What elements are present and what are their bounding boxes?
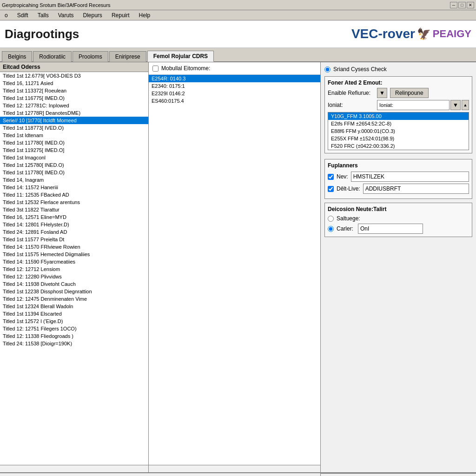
left-list-item[interactable]: Titled 1st 12778R] DeanotesDME) [0, 109, 148, 117]
left-list-item[interactable]: Titled 1st 119275[ IMED.O] [0, 146, 148, 154]
font-current: Ioniat: [379, 102, 393, 108]
left-list-item[interactable]: Titled 1st 11577 Preielta Dt [0, 236, 148, 243]
checkbox-area: Mobullal Eitomome: [149, 62, 320, 75]
left-list-container[interactable]: Titled 1st 12.6779[ VO63-DIES D3Titled 1… [0, 72, 148, 465]
enable-row: Enaible Refiurue: ▼ Relinpoune [328, 88, 469, 98]
left-list-item[interactable]: Titled 1st 113372[ Roeulean [0, 87, 148, 94]
left-list-item[interactable]: Titled 12: 11338 Fliedogroads ) [0, 332, 148, 340]
menu-item-o[interactable]: o [2, 11, 11, 20]
left-list-item[interactable]: Titled 1st Idtenam [0, 132, 148, 139]
tab-belgins[interactable]: Belgins [2, 51, 32, 62]
decision-title: Deicosion Neute:Talirt [328, 206, 469, 212]
font-dropdown-btn[interactable]: ▼ [450, 100, 461, 110]
main-content: Eitcad Oderss Titled 1st 12.6779[ VO63-D… [0, 62, 476, 472]
font-list-item[interactable]: F520 FRC (±0422:00:336.2) [328, 142, 469, 150]
menu-item-dlepurs[interactable]: Dlepurs [80, 11, 105, 20]
tab-rodioratiic[interactable]: Rodioratiic [33, 51, 72, 62]
left-list-item[interactable]: Titled 14: 11572 Haneriii [0, 184, 148, 191]
enable-label: Enaible Refiurue: [328, 90, 374, 96]
left-list-item[interactable]: Titled 1st 11394 Elscarted [0, 310, 148, 317]
left-list-item[interactable]: Titled 14: 11570 FRlviewe Rowien [0, 243, 148, 251]
font-label: Ioniat: [328, 102, 374, 108]
middle-list-item[interactable]: E254R: 0140.3 [149, 75, 320, 82]
carler-input[interactable]: OnI [358, 224, 423, 234]
left-list-item[interactable]: Titled 1st Imagconl [0, 154, 148, 161]
foner-title: Foner Ated 2 Emout: [328, 79, 469, 86]
foner-section: Foner Ated 2 Emout: Enaible Refiurue: ▼ … [324, 76, 472, 153]
left-list: Titled 1st 12.6779[ VO63-DIES D3Titled 1… [0, 72, 148, 347]
left-list-item[interactable]: Titled 24: 12891 Fosland AD [0, 228, 148, 236]
menu-bar: o Sdift Talls Varuts Dlepurs Repuirt Hel… [0, 10, 476, 20]
sriand-label: Sriand Cysess Check [333, 66, 387, 73]
logo-sub: PEAIGY [433, 28, 471, 40]
left-list-item[interactable]: Titled 12: 12280 Plivvidws [0, 273, 148, 280]
mobullal-checkbox[interactable] [152, 66, 159, 72]
sriand-radio[interactable] [324, 66, 331, 73]
left-list-item[interactable]: Titled 12: 12475 Denminenaten Vime [0, 295, 148, 303]
left-list-item[interactable]: Titled 1st 12532 Flerlace arentuns [0, 198, 148, 206]
font-display[interactable]: Ioniat: [377, 100, 450, 110]
left-list-item[interactable]: Titled 1st 118773[ IVED.O) [0, 124, 148, 132]
carler-radio[interactable] [328, 226, 334, 232]
dellive-label: Dêlt-Live: [337, 185, 360, 192]
left-list-item[interactable]: Titled 1st 117780[ IMED.O) [0, 169, 148, 176]
left-scrollbar-h[interactable] [0, 465, 148, 472]
middle-list-item[interactable]: E2340: 0175:1 [149, 82, 320, 90]
nev-input[interactable]: HMSTILZEK [351, 172, 469, 182]
left-list-item[interactable]: Titled 11: 12535 FBacked AD [0, 191, 148, 198]
tab-eniriprese[interactable]: Eniriprese [109, 51, 146, 62]
dellive-checkbox[interactable] [328, 186, 334, 192]
middle-scrollbar-h[interactable] [149, 465, 320, 472]
close-button[interactable]: ✕ [467, 2, 474, 8]
font-list[interactable]: Y10G_FFM 3.1005.00E2tfs FFM ±2654:52:2C-… [328, 112, 469, 150]
font-list-item[interactable]: E88f6 FFM y.0000:01(CO.3) [328, 127, 469, 135]
left-list-item[interactable]: Titled 14, Inagram [0, 176, 148, 184]
middle-list[interactable]: E254R: 0140.3E2340: 0175:1E2329I 0146:2E… [149, 75, 320, 465]
left-list-item[interactable]: Titled 12: 127781C: Inplowed [0, 102, 148, 109]
left-list-item[interactable]: Titled 1st 12572 I ('Eige.D) [0, 317, 148, 325]
menu-item-repuirt[interactable]: Repuirt [109, 11, 132, 20]
saltuege-radio[interactable] [328, 216, 334, 222]
left-list-item[interactable]: Titled 1st 12324 Blerall Wadoln [0, 303, 148, 310]
left-list-item[interactable]: Titled 16, 12571 Eline=MYD [0, 213, 148, 221]
left-list-item[interactable]: Titled 1st 125780[ INED.O) [0, 161, 148, 169]
bottom-right: ◄ All + Hillls ► [321, 473, 476, 476]
decision-section: Deicosion Neute:Talirt Saltuege: Carler:… [324, 203, 472, 237]
carler-row: Carler: OnI [328, 224, 469, 234]
left-list-item[interactable]: Titled 12: 12712 Lensiom [0, 265, 148, 273]
nev-checkbox[interactable] [328, 174, 334, 180]
menu-item-varuts[interactable]: Varuts [55, 11, 77, 20]
tab-femol[interactable]: Femol Rojular CDRS [147, 51, 214, 62]
middle-list-item[interactable]: ES460:0175.4 [149, 97, 320, 105]
enable-dropdown-btn[interactable]: ▼ [377, 88, 387, 98]
middle-list-item[interactable]: E2329I 0146:2 [149, 90, 320, 97]
minimize-button[interactable]: ─ [450, 2, 457, 8]
left-list-item[interactable]: Titled 14: 11590 F5yarcmeatiies [0, 258, 148, 265]
left-list-item[interactable]: Serie// 10 [1t770[ Itcldft Momeed [0, 117, 148, 124]
dellive-input[interactable]: ADDIUSBRFT [363, 184, 469, 194]
title-bar: Gerptropicahing Srotum Bie/3AfFoord Rece… [0, 0, 476, 10]
left-list-item[interactable]: Titled 1st 116775[ IMED.O) [0, 94, 148, 102]
relinpoune-button[interactable]: Relinpoune [390, 88, 429, 98]
maximize-button[interactable]: □ [458, 2, 466, 8]
menu-item-sdift[interactable]: Sdift [14, 11, 31, 20]
left-list-item[interactable]: Titled 14: 12801 FHelyster.D) [0, 221, 148, 228]
left-list-item[interactable]: Titled 12: 12751 Filegers 1OCO) [0, 325, 148, 332]
left-list-item[interactable]: Titled 16, 11271 Asied [0, 79, 148, 87]
menu-item-help[interactable]: Help [136, 11, 153, 20]
font-list-item[interactable]: Y10G_FFM 3.1005.00 [328, 112, 469, 120]
fuplanners-title: Fuplanners [328, 162, 469, 169]
menu-item-talls[interactable]: Talls [35, 11, 52, 20]
left-list-item[interactable]: Titled 1st 11575 Hemected Diigmaliies [0, 251, 148, 258]
left-list-item[interactable]: Titled 24: 11538 [Dioigr=190K) [0, 340, 148, 347]
left-list-item[interactable]: Titled 1st 12238 Dissphost Diegnrattion [0, 288, 148, 295]
left-list-item[interactable]: Titled 3st 11822 Tlarattur [0, 206, 148, 213]
left-list-item[interactable]: Titled 1st 12.6779[ VO63-DIES D3 [0, 72, 148, 79]
left-list-item[interactable]: Titled 14: 11938 Divetoht Cauch [0, 280, 148, 288]
font-list-item[interactable]: E255X FFM ±1524:01(98.9) [328, 135, 469, 142]
font-scroll-up[interactable]: ▲ [462, 100, 469, 110]
tab-prooloms[interactable]: Prooloms [73, 51, 108, 62]
font-list-item[interactable]: E2tfs FFM ±2654:52:2C-8) [328, 120, 469, 127]
bottom-area: Redable Strated for wiittue cysest Revic… [0, 472, 476, 476]
left-list-item[interactable]: Titled 1st 117780[ IMED.O) [0, 139, 148, 146]
